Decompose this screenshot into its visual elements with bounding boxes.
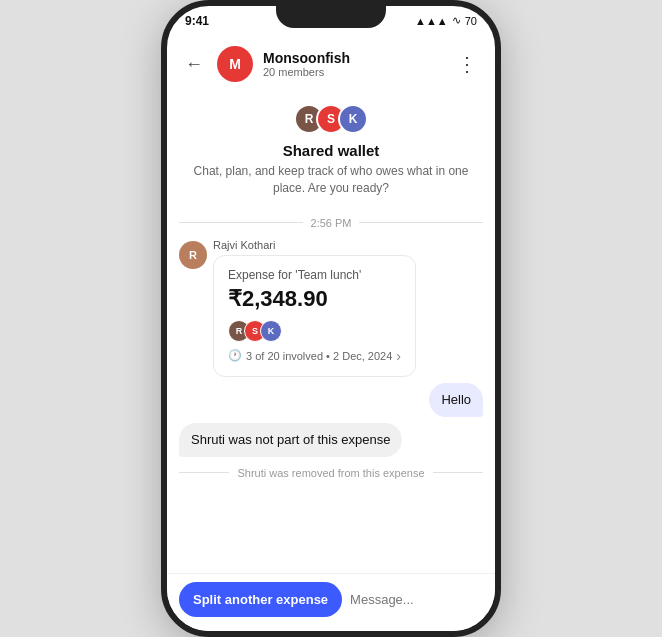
time-divider: 2:56 PM — [179, 213, 483, 233]
expense-amount: ₹2,348.90 — [228, 286, 401, 312]
wallet-subtitle: Chat, plan, and keep track of who owes w… — [191, 163, 471, 197]
expense-message-content: Rajvi Kothari Expense for 'Team lunch' ₹… — [213, 239, 416, 377]
wallet-intro: R S K Shared wallet Chat, plan, and keep… — [179, 90, 483, 207]
bottom-bar: Split another expense ➤ — [167, 573, 495, 631]
battery-icon: 70 — [465, 15, 477, 27]
group-avatar: M — [217, 46, 253, 82]
expense-card[interactable]: Expense for 'Team lunch' ₹2,348.90 R S K… — [213, 255, 416, 377]
phone-frame: 9:41 ▲▲▲ ∿ 70 ← M Monsoonfish 20 members… — [161, 0, 501, 637]
sender-avatar: R — [179, 241, 207, 269]
expense-participants: R S K — [228, 320, 401, 342]
avatar-group: R S K — [294, 104, 368, 134]
status-icons: ▲▲▲ ∿ 70 — [415, 14, 477, 27]
system-message-row: Shruti was not part of this expense — [179, 423, 483, 457]
expense-meta: 🕐 3 of 20 involved • 2 Dec, 2024 › — [228, 348, 401, 364]
shruti-not-part-bubble: Shruti was not part of this expense — [179, 423, 402, 457]
signal-icon: ▲▲▲ — [415, 15, 448, 27]
expense-label: Expense for 'Team lunch' — [228, 268, 401, 282]
group-members: 20 members — [263, 66, 443, 78]
message-input[interactable] — [350, 592, 501, 607]
outgoing-hello-row: Hello — [179, 383, 483, 417]
system-divider: Shruti was removed from this expense — [179, 463, 483, 483]
exp-avatar-k: K — [260, 320, 282, 342]
expense-message-row: R Rajvi Kothari Expense for 'Team lunch'… — [179, 239, 483, 377]
system-bubble-content: Shruti was not part of this expense — [179, 423, 402, 457]
group-name: Monsoonfish — [263, 50, 443, 67]
group-info: Monsoonfish 20 members — [263, 50, 443, 79]
back-button[interactable]: ← — [181, 52, 207, 77]
chat-area: R S K Shared wallet Chat, plan, and keep… — [167, 90, 495, 573]
outgoing-bubble: Hello — [429, 383, 483, 417]
avatar-k: K — [338, 104, 368, 134]
notch — [276, 6, 386, 28]
wifi-icon: ∿ — [452, 14, 461, 27]
expense-meta-text: 3 of 20 involved • 2 Dec, 2024 — [246, 350, 392, 362]
sender-name: Rajvi Kothari — [213, 239, 416, 251]
header: ← M Monsoonfish 20 members ⋮ — [167, 42, 495, 90]
expense-arrow-icon: › — [396, 348, 401, 364]
split-expense-button[interactable]: Split another expense — [179, 582, 342, 617]
wallet-title: Shared wallet — [283, 142, 380, 159]
status-time: 9:41 — [185, 14, 209, 28]
clock-icon: 🕐 — [228, 349, 242, 362]
more-options-button[interactable]: ⋮ — [453, 50, 481, 78]
